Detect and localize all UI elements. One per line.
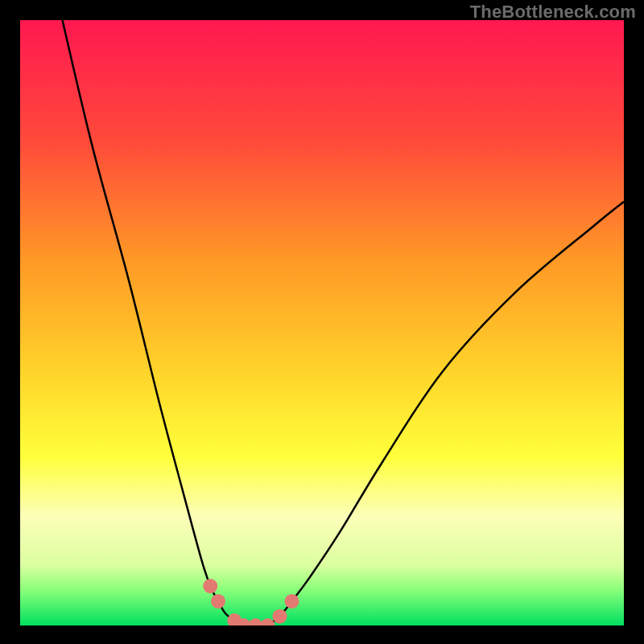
chart-frame [20,20,624,625]
bottleneck-chart [20,20,624,625]
data-marker [285,594,299,609]
watermark-text: TheBottleneck.com [470,2,636,23]
data-marker [273,609,287,624]
gradient-background [20,20,624,625]
data-marker [211,594,225,609]
data-marker [203,579,217,593]
